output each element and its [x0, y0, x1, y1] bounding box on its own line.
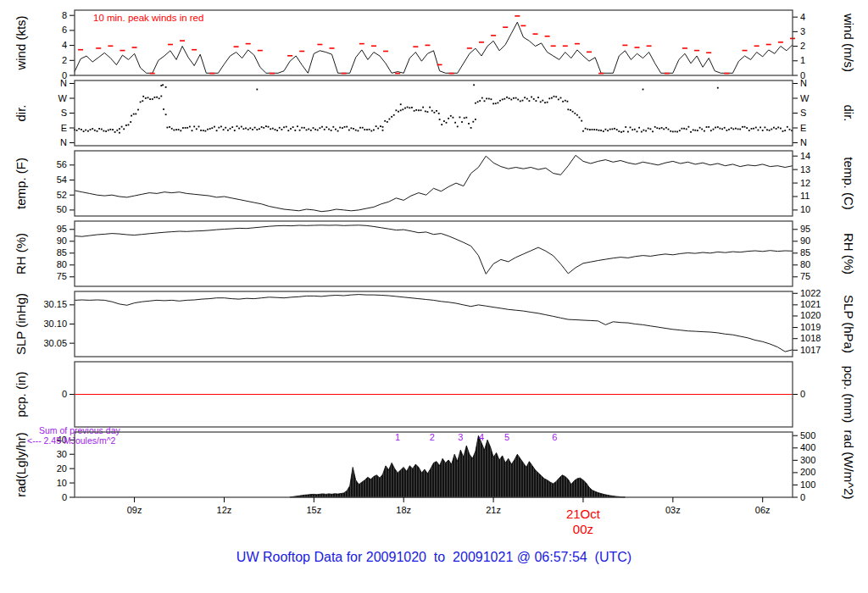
dir-dot — [332, 126, 334, 128]
chart-title: UW Rooftop Data for 20091020 to 20091021… — [0, 550, 868, 565]
peak-wind-mark — [330, 47, 335, 49]
x-axis: 09z12z15z18z21z03z06z21Oct00z — [127, 497, 771, 536]
dir-dot — [299, 130, 301, 131]
dir-dot — [207, 129, 209, 130]
dir-dot — [142, 96, 144, 97]
rad-right-tick-label: 0 — [800, 492, 805, 502]
dir-dot — [670, 130, 671, 132]
dir-dot — [196, 128, 198, 130]
peak-wind-mark — [437, 64, 442, 66]
temp-left-tick-label: 54 — [57, 175, 67, 185]
slp-left-tick-label: 30.05 — [43, 338, 67, 348]
dir-dot — [186, 127, 188, 129]
dir-dot — [751, 128, 753, 130]
peak-wind-mark — [766, 44, 771, 46]
dir-dot — [103, 130, 105, 132]
temp-right-tick-label: 10 — [800, 204, 810, 214]
wind-left-tick-label: 4 — [62, 40, 67, 50]
dir-dot — [787, 126, 788, 128]
dir-dot — [193, 126, 195, 128]
peak-wind-mark — [317, 44, 322, 46]
peak-wind-mark — [180, 40, 185, 42]
dir-dot — [409, 107, 410, 108]
dir-dot — [470, 127, 472, 129]
dir-dot — [605, 129, 607, 130]
temp-right-tick-label: 11 — [800, 191, 810, 201]
dir-dot — [475, 119, 476, 120]
dir-dot — [165, 86, 167, 88]
panel-slp: 30.0530.1030.15101710181019102010211022S… — [14, 288, 856, 357]
rad-mjoules-annotation: <--- 2.45 MJoules/m^2 — [27, 435, 116, 446]
dir-dot — [499, 100, 501, 102]
dir-dot — [690, 131, 692, 133]
dir-dot — [317, 130, 319, 131]
dir-dot — [180, 130, 181, 131]
temp-right-tick-label: 13 — [800, 164, 810, 175]
peak-wind-mark — [234, 46, 239, 47]
dir-dot — [491, 98, 492, 100]
dir-dot — [220, 126, 222, 128]
rad-hour-sum-label: 4 — [479, 432, 484, 442]
dir-left-tick-label: E — [61, 123, 67, 133]
dir-dot — [620, 131, 622, 133]
peak-wind-mark — [359, 43, 364, 45]
peak-wind-mark — [449, 73, 454, 75]
dir-dot — [245, 128, 247, 130]
dir-dot — [109, 129, 111, 130]
rad-left-axis-title: rad(Lgly/hr) — [14, 432, 28, 497]
dir-dot — [303, 127, 305, 129]
temp-left-tick-label: 50 — [57, 204, 67, 214]
slp-right-tick-label: 1021 — [800, 299, 821, 309]
dir-dot — [439, 119, 441, 120]
dir-dot — [175, 129, 177, 130]
dir-dot — [645, 130, 647, 132]
temp-right-axis-title: temp. (C) — [842, 157, 856, 210]
dir-dot — [259, 128, 260, 130]
dir-dot — [576, 114, 578, 116]
dir-dot — [152, 98, 153, 100]
dir-dot — [218, 127, 220, 129]
dir-dot — [160, 85, 162, 86]
dir-dot — [531, 97, 532, 98]
dir-dot — [630, 127, 632, 129]
peak-wind-mark — [258, 50, 263, 52]
rad-right-tick-label: 500 — [800, 430, 815, 441]
dir-dot — [495, 103, 497, 104]
dir-right-tick-label: S — [800, 108, 806, 118]
rad-hour-sum-label: 5 — [504, 432, 509, 442]
wind-right-tick-label: 2 — [800, 41, 805, 51]
dir-dot — [603, 130, 604, 132]
dir-dot — [205, 130, 207, 132]
peak-wind-mark — [132, 47, 137, 48]
dir-dot — [402, 108, 403, 110]
rad-sum-annotation: Sum of previous day — [39, 425, 120, 435]
date-change-label: 21Oct — [566, 507, 601, 521]
dir-dot — [457, 126, 459, 128]
panel-dir: NESWNNESWNdir.dir. — [14, 78, 856, 147]
dir-dot — [400, 103, 402, 105]
dir-dot — [760, 127, 761, 129]
dir-dot — [407, 107, 409, 108]
wind-left-tick-label: 8 — [62, 10, 67, 20]
dir-dot — [214, 126, 215, 128]
dir-dot — [377, 128, 379, 130]
dir-dot — [265, 125, 267, 127]
rh-frame — [75, 221, 793, 286]
dir-dot — [663, 129, 665, 130]
dir-dot — [380, 125, 381, 127]
dir-dot — [488, 98, 490, 100]
peak-wind-mark — [413, 46, 418, 47]
dir-dot — [676, 131, 678, 133]
dir-dot — [777, 127, 779, 129]
dir-dot — [548, 97, 550, 99]
dir-dot — [581, 120, 582, 122]
dir-dot — [131, 115, 132, 117]
slp-left-axis-title: SLP (inHg) — [14, 293, 28, 355]
dir-dot — [461, 121, 463, 123]
x-tick-label: 18z — [396, 505, 411, 515]
dir-dot — [287, 130, 289, 131]
dir-dot — [425, 111, 426, 113]
dir-dot — [572, 111, 574, 113]
dir-dot — [396, 109, 398, 111]
meteogram-canvas: 024680123410 min. peak winds in redwind … — [0, 0, 868, 593]
